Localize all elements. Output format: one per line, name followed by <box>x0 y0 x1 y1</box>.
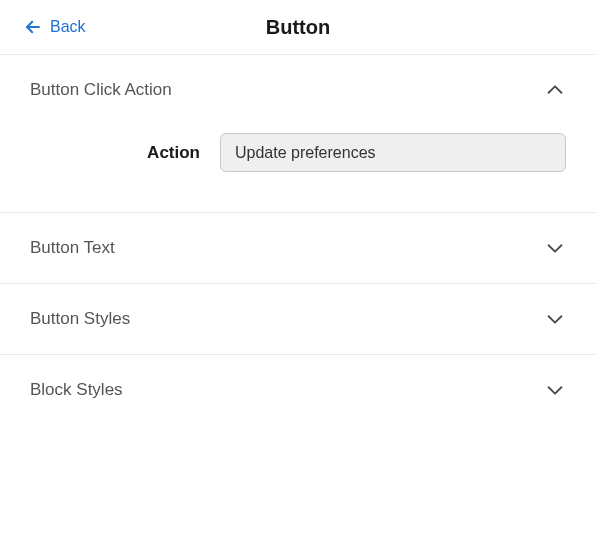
section-title: Button Click Action <box>30 80 172 100</box>
section-block-styles: Block Styles <box>0 355 596 425</box>
action-select[interactable]: Update preferences <box>220 133 566 172</box>
section-button-text: Button Text <box>0 213 596 284</box>
section-title: Button Text <box>30 238 115 258</box>
chevron-down-icon <box>544 237 566 259</box>
arrow-left-icon <box>24 18 42 36</box>
section-header-button-click-action[interactable]: Button Click Action <box>0 55 596 125</box>
field-action: Action Update preferences <box>30 133 566 172</box>
section-header-button-styles[interactable]: Button Styles <box>0 284 596 355</box>
section-title: Button Styles <box>30 309 130 329</box>
section-button-click-action: Button Click Action Action Update prefer… <box>0 55 596 213</box>
section-header-button-text[interactable]: Button Text <box>0 213 596 284</box>
field-label-action: Action <box>30 143 200 163</box>
back-label: Back <box>50 18 86 36</box>
header: Back Button <box>0 0 596 55</box>
page-title: Button <box>0 16 596 39</box>
section-header-block-styles[interactable]: Block Styles <box>0 355 596 425</box>
section-button-styles: Button Styles <box>0 284 596 355</box>
section-title: Block Styles <box>30 380 123 400</box>
chevron-down-icon <box>544 308 566 330</box>
chevron-up-icon <box>544 79 566 101</box>
section-body-button-click-action: Action Update preferences <box>0 125 596 213</box>
chevron-down-icon <box>544 379 566 401</box>
back-button[interactable]: Back <box>24 18 86 36</box>
